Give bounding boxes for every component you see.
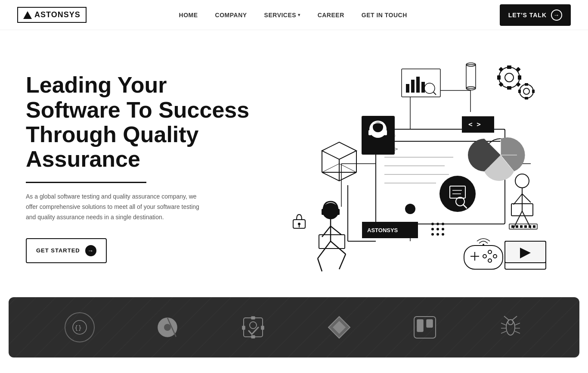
hero-divider: [26, 182, 146, 183]
svg-rect-59: [511, 225, 514, 228]
svg-line-142: [501, 331, 506, 333]
svg-rect-66: [322, 209, 325, 215]
svg-point-51: [515, 174, 529, 188]
svg-line-75: [339, 254, 346, 269]
hero-svg: ✕ ☺ < /> ASTONSYS < >: [255, 56, 557, 280]
svg-line-53: [514, 194, 522, 205]
svg-point-126: [250, 322, 257, 329]
mantis-icon: [498, 314, 523, 340]
svg-point-124: [164, 324, 171, 331]
hero-content: Leading Your Software To Success Through…: [26, 73, 250, 263]
svg-rect-129: [242, 326, 245, 329]
svg-point-95: [431, 223, 434, 225]
svg-point-97: [442, 223, 444, 225]
svg-line-138: [504, 316, 509, 320]
svg-rect-128: [251, 336, 255, 338]
svg-rect-35: [497, 75, 501, 80]
nav-link-career[interactable]: CAREER: [318, 12, 344, 19]
svg-rect-64: [533, 225, 535, 228]
svg-line-139: [512, 316, 517, 320]
svg-rect-22: [406, 84, 409, 93]
nav-item-get-in-touch[interactable]: GET IN TOUCH: [362, 11, 407, 19]
svg-point-115: [488, 259, 492, 262]
svg-point-137: [508, 320, 513, 325]
svg-point-101: [431, 233, 434, 236]
svg-point-100: [442, 228, 444, 230]
nav-item-home[interactable]: HOME: [179, 11, 198, 19]
svg-rect-33: [507, 65, 511, 69]
svg-line-145: [515, 331, 520, 333]
svg-rect-43: [525, 83, 528, 86]
svg-rect-127: [251, 317, 255, 319]
nav-link-get-in-touch[interactable]: GET IN TOUCH: [362, 12, 407, 19]
nav-link-home[interactable]: HOME: [179, 12, 198, 19]
svg-rect-87: [368, 130, 371, 135]
svg-rect-45: [518, 90, 521, 93]
svg-rect-28: [466, 65, 476, 88]
svg-rect-23: [411, 80, 415, 93]
svg-point-42: [523, 88, 529, 94]
svg-rect-134: [417, 320, 423, 332]
svg-rect-60: [516, 225, 518, 228]
illustration-area: ✕ ☺ < /> ASTONSYS < >: [255, 56, 557, 280]
svg-text:ASTONSYS: ASTONSYS: [367, 227, 398, 233]
svg-rect-67: [336, 209, 340, 215]
svg-point-136: [506, 320, 515, 335]
svg-point-113: [488, 250, 492, 254]
svg-rect-88: [384, 130, 387, 135]
svg-rect-61: [520, 225, 523, 228]
nav-links: HOME COMPANY SERVICES ▾ CAREER GET IN TO…: [179, 11, 407, 19]
svg-point-102: [436, 233, 439, 236]
svg-line-54: [522, 194, 531, 202]
svg-point-41: [520, 84, 533, 98]
svg-rect-40: [516, 82, 520, 87]
svg-line-72: [318, 241, 331, 258]
svg-rect-24: [416, 77, 420, 93]
svg-text:{}: {}: [74, 324, 82, 331]
svg-point-114: [493, 255, 497, 258]
svg-point-16: [405, 204, 415, 214]
svg-rect-44: [525, 97, 528, 99]
get-started-button[interactable]: GET STARTED →: [26, 238, 107, 263]
svg-marker-76: [322, 142, 356, 159]
nav-item-company[interactable]: COMPANY: [215, 11, 247, 19]
svg-point-32: [505, 73, 514, 82]
hero-title: Leading Your Software To Success Through…: [26, 73, 250, 171]
svg-rect-63: [529, 225, 531, 228]
hero-illustration: ✕ ☺ < /> ASTONSYS < >: [250, 52, 562, 284]
svg-point-98: [431, 228, 434, 230]
svg-point-65: [323, 203, 338, 219]
svg-rect-37: [498, 67, 503, 71]
redmine-icon: [155, 314, 180, 340]
chevron-down-icon: ▾: [298, 12, 300, 17]
logo[interactable]: ASTONSYS: [17, 7, 87, 23]
tools-bar: {}: [9, 297, 579, 357]
svg-rect-135: [427, 320, 433, 327]
svg-rect-38: [516, 67, 520, 71]
nav-item-services[interactable]: SERVICES ▾: [264, 12, 300, 19]
arrow-right-icon: →: [551, 9, 562, 21]
svg-point-105: [298, 223, 300, 225]
logo-text: ASTONSYS: [34, 10, 80, 19]
jira-icon: [326, 314, 352, 340]
svg-line-74: [318, 258, 322, 271]
svg-rect-46: [532, 90, 535, 93]
svg-point-117: [483, 244, 484, 246]
logo-icon: [23, 11, 32, 19]
trello-icon: [412, 314, 438, 340]
settings-icon: [240, 314, 266, 340]
nav-item-career[interactable]: CAREER: [318, 11, 344, 19]
nav-link-services[interactable]: SERVICES ▾: [264, 12, 300, 19]
svg-rect-130: [261, 326, 264, 329]
navbar: ASTONSYS HOME COMPANY SERVICES ▾ CAREER …: [0, 0, 588, 30]
svg-rect-36: [518, 75, 521, 80]
svg-line-81: [322, 164, 339, 172]
arrow-right-icon: →: [85, 245, 96, 256]
svg-rect-34: [507, 86, 511, 90]
svg-point-99: [436, 228, 439, 230]
nav-link-company[interactable]: COMPANY: [215, 12, 247, 19]
postman-icon: {}: [65, 312, 95, 342]
svg-point-96: [436, 223, 439, 225]
lets-talk-button[interactable]: LET'S TALK →: [500, 4, 571, 26]
svg-point-103: [442, 233, 444, 236]
